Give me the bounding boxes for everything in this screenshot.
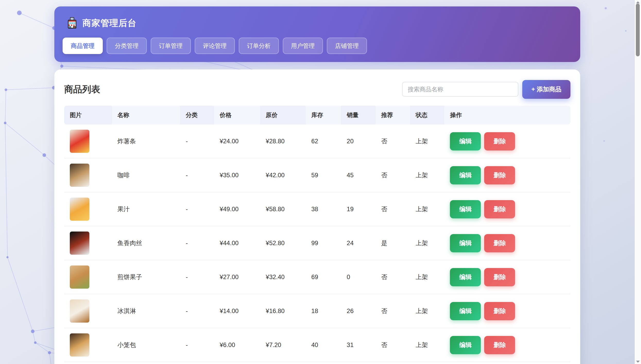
product-image <box>70 232 89 255</box>
table-row: 鱼香肉丝-¥44.00¥52.809924是上架编辑删除 <box>64 226 570 260</box>
cell-stock: 40 <box>306 328 341 362</box>
table-body: 炸薯条-¥24.00¥28.806220否上架编辑删除咖啡-¥35.00¥42.… <box>64 125 570 364</box>
cell-stock: 18 <box>306 294 341 328</box>
cell-name: 小笼包 <box>112 328 180 362</box>
tab-orders[interactable]: 订单管理 <box>151 38 191 54</box>
product-image <box>70 265 89 289</box>
product-image <box>70 130 89 153</box>
cell-category: - <box>180 294 214 328</box>
page-title: 商品列表 <box>64 83 100 95</box>
add-product-button[interactable]: + 添加商品 <box>522 80 570 99</box>
product-list-panel: 商品列表 + 添加商品 图片名称分类价格原价库存销量推荐状态操作 炸薯条-¥24… <box>54 69 580 364</box>
edit-button[interactable]: 编辑 <box>450 268 481 286</box>
cell-category: - <box>180 125 214 158</box>
column-header-original-price: 原价 <box>260 106 306 125</box>
cell-recommended: 否 <box>375 260 410 294</box>
product-image <box>70 198 89 221</box>
storefront-icon: 24 <box>66 17 78 29</box>
delete-button[interactable]: 删除 <box>484 234 515 252</box>
cell-price: ¥6.00 <box>214 328 260 362</box>
delete-button[interactable]: 删除 <box>484 302 515 320</box>
table-row-partial <box>64 362 570 364</box>
app-header: 24 商家管理后台 商品管理分类管理订单管理评论管理订单分析用户管理店铺管理 <box>54 6 580 62</box>
product-image <box>70 164 89 187</box>
cell-sales: 45 <box>341 158 375 192</box>
scrollbar-thumb[interactable] <box>636 4 640 56</box>
cell-category: - <box>180 192 214 226</box>
table-row: 果汁-¥49.00¥58.803819否上架编辑删除 <box>64 192 570 226</box>
cell-sales: 0 <box>341 260 375 294</box>
cell-name: 炸薯条 <box>112 125 180 158</box>
product-table: 图片名称分类价格原价库存销量推荐状态操作 炸薯条-¥24.00¥28.80622… <box>64 106 570 364</box>
table-header-row: 图片名称分类价格原价库存销量推荐状态操作 <box>64 106 570 125</box>
cell-original-price: ¥58.80 <box>260 192 306 226</box>
column-header-image: 图片 <box>64 106 112 125</box>
cell-name: 冰淇淋 <box>112 294 180 328</box>
delete-button[interactable]: 删除 <box>484 132 515 150</box>
edit-button[interactable]: 编辑 <box>450 132 481 150</box>
cell-recommended: 否 <box>375 125 410 158</box>
tab-order-analytics[interactable]: 订单分析 <box>239 38 279 54</box>
cell-status: 上架 <box>410 226 445 260</box>
tab-shop[interactable]: 店铺管理 <box>327 38 367 54</box>
column-header-price: 价格 <box>214 106 260 125</box>
scroll-down-icon[interactable] <box>636 361 640 363</box>
cell-stock: 59 <box>306 158 341 192</box>
cell-sales: 24 <box>341 226 375 260</box>
edit-button[interactable]: 编辑 <box>450 234 481 252</box>
cell-stock: 38 <box>306 192 341 226</box>
cell-recommended: 是 <box>375 226 410 260</box>
cell-price: ¥44.00 <box>214 226 260 260</box>
cell-name: 咖啡 <box>112 158 180 192</box>
cell-status: 上架 <box>410 192 445 226</box>
column-header-status: 状态 <box>410 106 445 125</box>
edit-button[interactable]: 编辑 <box>450 336 481 354</box>
tab-products[interactable]: 商品管理 <box>63 38 103 54</box>
table-row: 冰淇淋-¥14.00¥16.801826否上架编辑删除 <box>64 294 570 328</box>
cell-category: - <box>180 226 214 260</box>
cell-price: ¥49.00 <box>214 192 260 226</box>
tab-comments[interactable]: 评论管理 <box>195 38 235 54</box>
cell-stock: 69 <box>306 260 341 294</box>
cell-category: - <box>180 328 214 362</box>
cell-stock: 99 <box>306 226 341 260</box>
edit-button[interactable]: 编辑 <box>450 302 481 320</box>
edit-button[interactable]: 编辑 <box>450 200 481 218</box>
cell-sales: 26 <box>341 294 375 328</box>
cell-category: - <box>180 260 214 294</box>
cell-recommended: 否 <box>375 328 410 362</box>
column-header-category: 分类 <box>180 106 214 125</box>
column-header-recommended: 推荐 <box>375 106 410 125</box>
cell-name: 果汁 <box>112 192 180 226</box>
table-row: 小笼包-¥6.00¥7.204031否上架编辑删除 <box>64 328 570 362</box>
search-input[interactable] <box>402 82 518 97</box>
cell-status: 上架 <box>410 125 445 158</box>
cell-status: 上架 <box>410 328 445 362</box>
cell-name: 鱼香肉丝 <box>112 226 180 260</box>
column-header-actions: 操作 <box>444 106 570 125</box>
cell-sales: 31 <box>341 328 375 362</box>
cell-recommended: 否 <box>375 192 410 226</box>
cell-original-price: ¥52.80 <box>260 226 306 260</box>
table-row: 咖啡-¥35.00¥42.005945否上架编辑删除 <box>64 158 570 192</box>
cell-name: 煎饼果子 <box>112 260 180 294</box>
cell-price: ¥27.00 <box>214 260 260 294</box>
tab-categories[interactable]: 分类管理 <box>107 38 147 54</box>
column-header-name: 名称 <box>112 106 180 125</box>
edit-button[interactable]: 编辑 <box>450 166 481 184</box>
cell-price: ¥35.00 <box>214 158 260 192</box>
cell-original-price: ¥32.40 <box>260 260 306 294</box>
cell-price: ¥14.00 <box>214 294 260 328</box>
delete-button[interactable]: 删除 <box>484 200 515 218</box>
tab-users[interactable]: 用户管理 <box>283 38 323 54</box>
product-image <box>70 299 89 323</box>
cell-price: ¥24.00 <box>214 125 260 158</box>
cell-status: 上架 <box>410 260 445 294</box>
brand: 24 商家管理后台 <box>66 17 136 29</box>
vertical-scrollbar[interactable] <box>635 0 641 364</box>
delete-button[interactable]: 删除 <box>484 166 515 184</box>
nav-tabs: 商品管理分类管理订单管理评论管理订单分析用户管理店铺管理 <box>63 38 367 54</box>
scroll-up-icon[interactable] <box>636 1 640 3</box>
delete-button[interactable]: 删除 <box>484 268 515 286</box>
delete-button[interactable]: 删除 <box>484 336 515 354</box>
